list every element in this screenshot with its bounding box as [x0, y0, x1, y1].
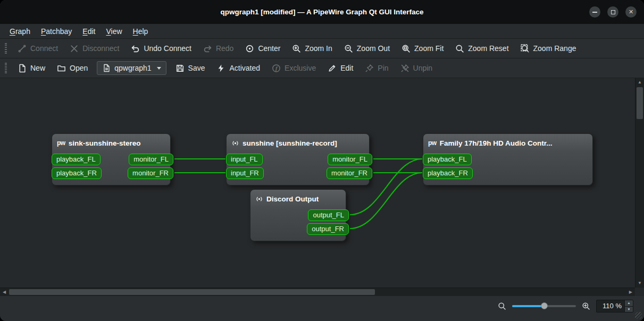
node-sink-sunshine-stereo[interactable]: pw sink-sunshine-stereo playback_FL moni… — [52, 133, 171, 185]
toolbar-drag-handle[interactable] — [5, 43, 7, 54]
port-monitor-fr[interactable]: monitor_FR — [128, 167, 173, 179]
vertical-scrollbar-thumb[interactable] — [637, 87, 643, 119]
zoom-range-icon — [521, 44, 530, 53]
zoom-slider-fill — [512, 305, 544, 307]
vertical-scrollbar[interactable]: ▲ ▼ — [635, 78, 644, 288]
undo-connect-button[interactable]: Undo Connect — [125, 41, 197, 56]
save-button[interactable]: Save — [170, 61, 211, 75]
new-button[interactable]: New — [12, 61, 51, 75]
redo-button[interactable]: Redo — [197, 41, 239, 56]
port-playback-fl[interactable]: playback_FL — [52, 154, 101, 165]
exclusive-button[interactable]: f Exclusive — [266, 61, 322, 75]
port-monitor-fr[interactable]: monitor_FR — [327, 167, 372, 179]
horizontal-scrollbar[interactable]: ◀ ▶ — [0, 288, 635, 296]
node-header: pw Family 17h/19h HD Audio Contr... — [423, 134, 592, 152]
undo-connect-label: Undo Connect — [144, 44, 191, 53]
menu-edit[interactable]: Edit — [77, 26, 101, 37]
port-output-fr[interactable]: output_FR — [307, 223, 349, 235]
scroll-left-icon[interactable]: ◀ — [3, 290, 6, 294]
menu-patchbay[interactable]: Patchbay — [36, 26, 77, 37]
open-button[interactable]: Open — [51, 61, 94, 75]
zoom-in-button[interactable]: Zoom In — [286, 41, 338, 56]
zoom-reset-button[interactable]: Zoom Reset — [449, 41, 514, 56]
disconnect-button[interactable]: Disconnect — [64, 41, 125, 56]
toolbar-patchbay: New Open qpwgraph1 Save Activated f Excl… — [0, 58, 644, 78]
scroll-right-icon[interactable]: ▶ — [629, 290, 632, 294]
exclusive-label: Exclusive — [285, 64, 316, 72]
pin-button[interactable]: Pin — [359, 61, 394, 75]
menu-view[interactable]: View — [101, 26, 127, 37]
connect-label: Connect — [30, 44, 58, 53]
unpin-button[interactable]: Unpin — [395, 61, 439, 75]
node-title: sunshine [sunshine-record] — [242, 139, 337, 147]
window-title: qpwgraph1 [modified] — A PipeWire Graph … — [220, 8, 423, 16]
graph-canvas[interactable]: pw sink-sunshine-stereo playback_FL moni… — [0, 78, 635, 288]
activated-button[interactable]: Activated — [211, 61, 266, 75]
zoom-out-label: Zoom Out — [357, 44, 390, 53]
close-button[interactable]: ✕ — [625, 6, 637, 18]
menu-help[interactable]: Help — [128, 26, 154, 37]
node-header: Discord Output — [250, 190, 346, 208]
zoom-range-label: Zoom Range — [533, 44, 576, 53]
port-output-fl[interactable]: output_FL — [308, 209, 349, 221]
port-input-fl[interactable]: input_FL — [226, 154, 263, 165]
open-label: Open — [70, 64, 88, 72]
menu-graph[interactable]: Graph — [4, 26, 36, 37]
activated-icon — [216, 64, 225, 73]
zoom-range-button[interactable]: Zoom Range — [515, 41, 582, 56]
edit-button[interactable]: Edit — [322, 61, 359, 75]
zoom-in-small-icon[interactable] — [582, 300, 590, 312]
port-monitor-fl[interactable]: monitor_FL — [129, 154, 173, 165]
chevron-down-icon — [157, 67, 161, 70]
horizontal-scrollbar-thumb[interactable] — [9, 289, 375, 295]
spin-down-button[interactable]: ▼ — [625, 307, 633, 312]
node-header: sunshine [sunshine-record] — [227, 134, 369, 152]
save-label: Save — [188, 64, 205, 72]
zoom-out-small-icon[interactable] — [498, 300, 506, 312]
port-input-fr[interactable]: input_FR — [226, 167, 264, 179]
audio-app-icon — [231, 139, 239, 147]
port-playback-fr[interactable]: playback_FR — [52, 167, 102, 179]
svg-text:f: f — [275, 65, 278, 71]
node-family-hd-audio[interactable]: pw Family 17h/19h HD Audio Contr... play… — [423, 133, 593, 185]
minimize-icon — [592, 12, 597, 13]
redo-label: Redo — [216, 44, 233, 53]
exclusive-icon: f — [272, 64, 281, 73]
port-monitor-fl[interactable]: monitor_FL — [328, 154, 372, 165]
node-title: Family 17h/19h HD Audio Contr... — [440, 139, 553, 147]
port-playback-fl[interactable]: playback_FL — [423, 154, 472, 165]
center-button[interactable]: Center — [239, 41, 286, 56]
open-folder-icon — [57, 64, 66, 73]
redo-icon — [203, 44, 212, 53]
spin-up-button[interactable]: ▲ — [625, 300, 633, 307]
node-discord-output[interactable]: Discord Output output_FL output_FR — [250, 189, 346, 241]
zoom-slider[interactable] — [512, 300, 576, 312]
scroll-up-icon[interactable]: ▲ — [638, 80, 642, 85]
resize-grip[interactable] — [635, 312, 642, 319]
zoom-slider-handle[interactable] — [541, 302, 548, 309]
menubar: Graph Patchbay Edit View Help — [0, 24, 644, 39]
zoom-spinbox[interactable]: 110 % ▲ ▼ — [596, 300, 633, 312]
zoom-out-button[interactable]: Zoom Out — [338, 41, 396, 56]
activated-label: Activated — [229, 64, 260, 72]
scroll-down-icon[interactable]: ▼ — [638, 281, 642, 285]
zoom-in-icon — [292, 44, 301, 53]
disconnect-icon — [70, 44, 79, 53]
node-sunshine[interactable]: sunshine [sunshine-record] input_FL moni… — [226, 133, 370, 185]
minimize-button[interactable] — [589, 6, 600, 18]
patchbay-select[interactable]: qpwgraph1 — [97, 61, 166, 75]
zoom-reset-icon — [455, 44, 464, 53]
toolbar-drag-handle[interactable] — [5, 63, 7, 73]
patchbay-file-icon — [102, 64, 111, 72]
port-playback-fr[interactable]: playback_FR — [423, 167, 473, 179]
edit-label: Edit — [340, 64, 353, 72]
connect-button[interactable]: Connect — [12, 41, 64, 56]
maximize-button[interactable] — [607, 6, 618, 18]
patchbay-select-value: qpwgraph1 — [114, 64, 151, 72]
pin-label: Pin — [378, 64, 388, 72]
zoom-reset-label: Zoom Reset — [468, 44, 508, 53]
titlebar: qpwgraph1 [modified] — A PipeWire Graph … — [0, 0, 644, 24]
zoom-value[interactable]: 110 % — [597, 300, 624, 312]
zoom-fit-button[interactable]: Zoom Fit — [396, 41, 449, 56]
window-controls: ✕ — [589, 6, 637, 18]
